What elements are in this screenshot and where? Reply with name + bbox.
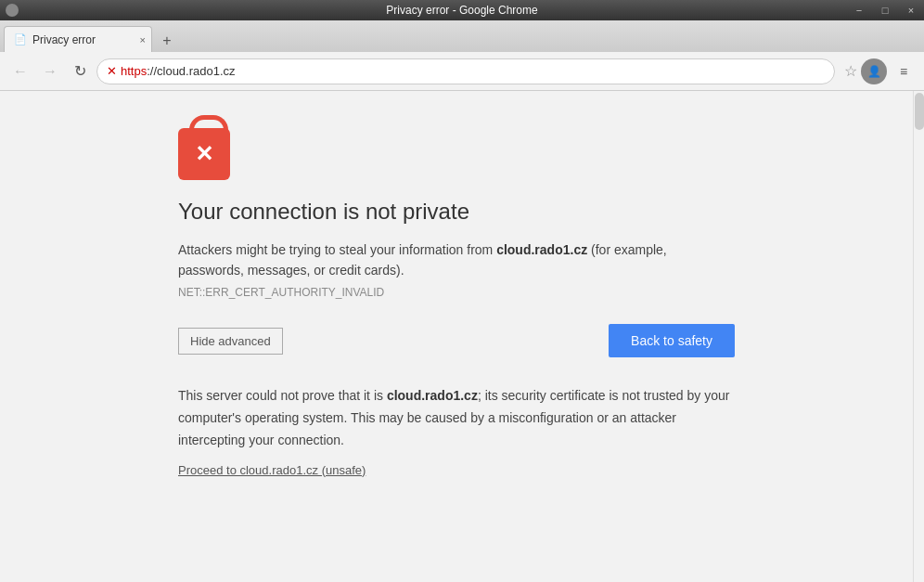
window-controls: − □ × [846, 0, 924, 20]
url-display: https://cloud.rado1.cz [121, 64, 236, 78]
minimize-button[interactable]: − [846, 0, 872, 20]
lock-error-icon: ✕ [178, 128, 230, 180]
error-domain: cloud.rado1.cz [496, 242, 587, 257]
nav-bar: ← → ↻ ✕ https://cloud.rado1.cz ☆ 👤 ≡ [0, 52, 924, 91]
security-warning-icon: ✕ [107, 64, 117, 78]
back-button[interactable]: ← [7, 58, 33, 84]
advanced-button[interactable]: Hide advanced [178, 328, 283, 355]
reload-button[interactable]: ↻ [67, 58, 93, 84]
address-bar[interactable]: ✕ https://cloud.rado1.cz [96, 58, 835, 84]
new-tab-button[interactable]: + [154, 30, 180, 52]
error-description: Attackers might be trying to steal your … [178, 239, 735, 302]
page-content: ✕ Your connection is not private Attacke… [0, 91, 913, 582]
action-row: Hide advanced Back to safety [178, 324, 735, 357]
active-tab[interactable]: 📄 Privacy error × [4, 26, 152, 52]
browser-body: ✕ Your connection is not private Attacke… [0, 91, 924, 582]
tab-close-button[interactable]: × [140, 34, 146, 45]
scrollbar[interactable] [913, 91, 924, 582]
tab-label: Privacy error [32, 33, 96, 46]
maximize-button[interactable]: □ [872, 0, 898, 20]
menu-button[interactable]: ≡ [891, 58, 917, 84]
url-protocol: https [121, 64, 147, 78]
url-rest: ://cloud.rado1.cz [147, 64, 235, 78]
error-desc-start: Attackers might be trying to steal your … [178, 242, 496, 257]
advanced-info: This server could not prove that it is c… [178, 385, 735, 451]
bookmark-star-icon[interactable]: ☆ [844, 62, 857, 80]
close-button[interactable]: × [898, 0, 924, 20]
scrollbar-thumb[interactable] [915, 93, 924, 130]
advanced-domain: cloud.rado1.cz [387, 388, 478, 403]
back-to-safety-button[interactable]: Back to safety [609, 324, 735, 357]
window-title: Privacy error - Google Chrome [386, 4, 537, 17]
window-icon [6, 4, 19, 17]
error-title: Your connection is not private [178, 199, 735, 225]
title-bar: Privacy error - Google Chrome − □ × [0, 0, 924, 20]
profile-icon: 👤 [867, 65, 881, 78]
profile-button[interactable]: 👤 [861, 58, 887, 84]
tab-icon: 📄 [14, 33, 27, 45]
tab-bar: 📄 Privacy error × + [0, 20, 924, 52]
proceed-link[interactable]: Proceed to cloud.rado1.cz (unsafe) [178, 463, 366, 477]
forward-button[interactable]: → [37, 58, 63, 84]
error-code: NET::ERR_CERT_AUTHORITY_INVALID [178, 286, 384, 299]
lock-x-mark: ✕ [195, 141, 213, 167]
advanced-text-start: This server could not prove that it is [178, 388, 387, 403]
error-container: ✕ Your connection is not private Attacke… [178, 128, 735, 545]
